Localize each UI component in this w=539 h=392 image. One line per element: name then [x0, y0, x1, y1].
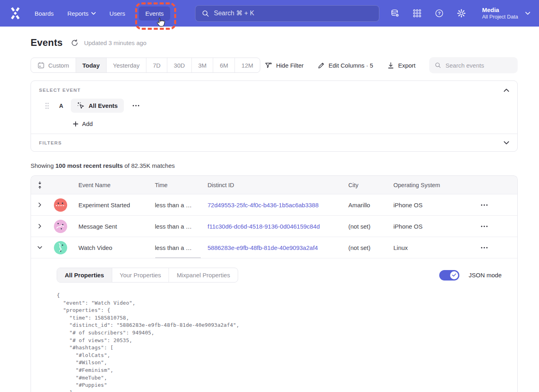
nav-item-users[interactable]: Users [109, 10, 125, 17]
table-header-row: Event Name Time Distinct ID City Operati… [31, 176, 517, 194]
search-events-input[interactable] [446, 62, 512, 69]
top-navbar: Boards Reports Users Events ? [0, 0, 539, 27]
expand-row-icon[interactable] [31, 202, 49, 207]
filter-funnel-icon [265, 62, 272, 69]
event-avatar [54, 220, 67, 233]
cell-time: less than a min... [148, 202, 201, 208]
search-events-box[interactable] [429, 57, 518, 73]
nav-item-events[interactable]: Events [139, 6, 170, 21]
column-distinct-id: Distinct ID [201, 182, 342, 188]
event-selector-button[interactable]: All Events [71, 99, 124, 113]
nav-item-boards[interactable]: Boards [35, 10, 54, 17]
event-detail-panel: All Properties Your Properties Mixpanel … [31, 258, 517, 392]
cell-event-name: Watch Video [72, 244, 148, 251]
date-segment-3m[interactable]: 3M [192, 58, 214, 72]
row-menu-icon[interactable] [451, 225, 517, 227]
cell-distinct-id-link[interactable]: 72d49553-25fc-4f0c-b436-1b5ac6ab3388 [201, 202, 342, 208]
cell-os: iPhone OS [387, 223, 451, 230]
select-event-label: SELECT EVENT [39, 88, 81, 93]
date-segment-6m[interactable]: 6M [213, 58, 235, 72]
page-title: Events [31, 37, 63, 48]
row-menu-icon[interactable] [451, 204, 517, 206]
collapse-all-icon[interactable] [31, 181, 49, 189]
cell-distinct-id-link[interactable]: f11c30d6-dc6d-4518-9136-0d046159c84d [201, 223, 342, 230]
apps-grid-icon[interactable] [412, 8, 422, 18]
row-menu-icon[interactable] [451, 247, 517, 249]
date-range-control: Custom Today Yesterday 7D 30D 3M 6M 12M [31, 58, 260, 73]
project-name: Media [482, 6, 518, 14]
chevron-up-icon[interactable] [504, 89, 509, 92]
refresh-icon[interactable] [71, 39, 78, 47]
json-mode-toggle[interactable] [439, 270, 459, 281]
export-button[interactable]: Export [387, 62, 416, 69]
plus-icon [73, 121, 78, 127]
cell-event-name: Experiment Started [72, 202, 148, 208]
filters-section-toggle[interactable]: FILTERS [31, 134, 517, 151]
cell-os: Linux [387, 244, 451, 251]
filters-label: FILTERS [39, 140, 62, 145]
date-segment-7d[interactable]: 7D [146, 58, 167, 72]
svg-text:?: ? [438, 11, 441, 16]
updated-timestamp: Updated 3 minutes ago [84, 39, 146, 46]
data-management-icon[interactable] [390, 8, 400, 18]
nav-item-reports[interactable]: Reports [68, 10, 96, 17]
date-segment-custom[interactable]: Custom [31, 58, 76, 72]
global-search[interactable] [195, 5, 379, 22]
column-time: Time [148, 182, 201, 188]
table-row[interactable]: Message Sent less than a min... f11c30d6… [31, 215, 517, 237]
json-mode-label: JSON mode [469, 272, 502, 279]
cell-distinct-id-link[interactable]: 5886283e-e9fb-48fb-81de-40e9093a2af4 [201, 244, 342, 251]
tab-your-properties[interactable]: Your Properties [112, 268, 169, 282]
edit-columns-button[interactable]: Edit Columns · 5 [317, 62, 373, 69]
column-os: Operating System [387, 182, 451, 188]
tab-all-properties[interactable]: All Properties [57, 268, 112, 282]
chevron-down-icon [91, 12, 96, 15]
download-icon [387, 62, 395, 69]
collapse-row-icon[interactable] [31, 245, 49, 250]
event-avatar [54, 198, 67, 212]
expand-row-icon[interactable] [31, 224, 49, 229]
cell-time: less than a min... [148, 244, 201, 251]
cell-city: (not set) [342, 244, 387, 251]
help-icon[interactable]: ? [434, 8, 444, 18]
date-segment-today[interactable]: Today [76, 58, 107, 72]
cell-city: Amarillo [342, 202, 387, 208]
column-event-name: Event Name [72, 182, 148, 188]
cell-os: iPhone OS [387, 202, 451, 208]
tab-mixpanel-properties[interactable]: Mixpanel Properties [169, 268, 238, 282]
event-json-view: { "event": "Watch Video", "properties": … [57, 292, 509, 392]
event-row-menu-icon[interactable] [132, 105, 140, 107]
project-scope: All Project Data [482, 14, 518, 21]
settings-gear-icon[interactable] [457, 8, 466, 18]
chevron-down-icon [504, 141, 509, 144]
date-segment-30d[interactable]: 30D [167, 58, 192, 72]
drag-handle-icon[interactable] [45, 103, 49, 109]
column-city: City [342, 182, 387, 188]
date-segment-yesterday[interactable]: Yesterday [107, 58, 146, 72]
table-row[interactable]: Experiment Started less than a min... 72… [31, 194, 517, 215]
event-avatar [54, 241, 67, 254]
global-search-input[interactable] [214, 10, 372, 17]
hide-filter-button[interactable]: Hide Filter [265, 62, 303, 69]
add-event-button[interactable]: Add [73, 120, 93, 127]
check-icon [452, 273, 456, 277]
cell-event-name: Message Sent [72, 223, 148, 230]
cell-city: (not set) [342, 223, 387, 230]
date-segment-12m[interactable]: 12M [235, 58, 259, 72]
properties-tabs: All Properties Your Properties Mixpanel … [57, 268, 238, 283]
toggle-knob [450, 271, 458, 279]
query-builder-card: SELECT EVENT A All Events [31, 80, 518, 152]
pencil-icon [317, 62, 325, 69]
magic-pointer-icon [77, 102, 84, 109]
results-summary: Showing 100 most recent results of 82.35… [31, 162, 518, 169]
scroll-indicator [155, 257, 201, 258]
search-icon [435, 62, 441, 69]
events-table: Event Name Time Distinct ID City Operati… [31, 175, 518, 392]
step-letter: A [59, 103, 63, 109]
cell-time: less than a min... [148, 223, 201, 230]
calendar-icon [37, 62, 45, 69]
main-content: Events Updated 3 minutes ago Custom Toda… [0, 27, 539, 392]
table-row-expanded[interactable]: Watch Video less than a min... 5886283e-… [31, 237, 517, 258]
mixpanel-logo-icon[interactable] [8, 6, 23, 21]
project-switcher[interactable]: Media All Project Data [482, 6, 530, 21]
